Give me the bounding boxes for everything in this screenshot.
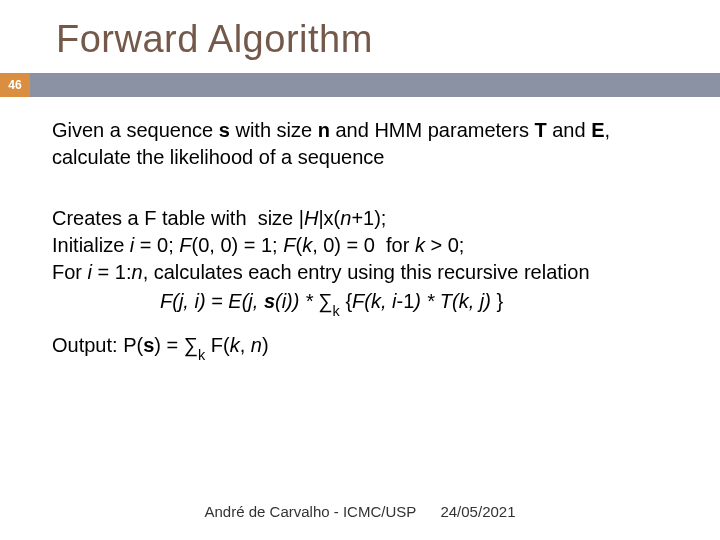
slide-title: Forward Algorithm (0, 0, 720, 73)
header-stripe (30, 73, 720, 97)
footer-author: André de Carvalho - ICMC/USP (205, 503, 417, 520)
algorithm-block: Creates a F table with size |H|x(n+1); I… (52, 205, 676, 318)
algo-line-3: For i = 1:n, calculates each entry using… (52, 259, 676, 286)
algo-formula: F(j, i) = E(j, s(i)) * ∑k {F(k, i-1) * T… (52, 288, 676, 318)
slide-footer: André de Carvalho - ICMC/USP 24/05/2021 (0, 503, 720, 520)
slide: Forward Algorithm 46 Given a sequence s … (0, 0, 720, 540)
intro-paragraph: Given a sequence s with size n and HMM p… (52, 117, 676, 171)
algo-line-1: Creates a F table with size |H|x(n+1); (52, 205, 676, 232)
header-bar: 46 (0, 73, 720, 97)
output-line: Output: P(s) = ∑k F(k, n) (52, 332, 676, 362)
algo-line-2: Initialize i = 0; F(0, 0) = 1; F(k, 0) =… (52, 232, 676, 259)
footer-date: 24/05/2021 (440, 503, 515, 520)
slide-content: Given a sequence s with size n and HMM p… (0, 97, 720, 363)
page-number-badge: 46 (0, 73, 30, 97)
